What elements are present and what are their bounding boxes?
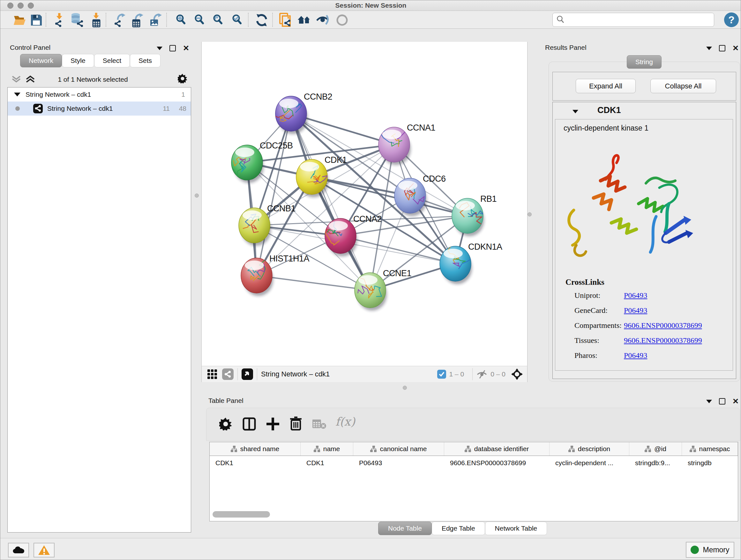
panel-float-icon[interactable]: [719, 45, 725, 51]
panel-menu-icon[interactable]: [706, 400, 712, 403]
tab-edge-table[interactable]: Edge Table: [432, 522, 485, 535]
network-collection-row[interactable]: String Network – cdk1 1: [8, 87, 191, 102]
crosslink-label: Uniprot:: [575, 291, 600, 300]
import-network-from-database-icon[interactable]: [70, 13, 84, 27]
panel-float-icon[interactable]: [170, 45, 176, 51]
protein-structure-image: [563, 149, 694, 266]
zoom-out-icon[interactable]: [192, 13, 206, 27]
cloud-status-button[interactable]: [8, 543, 29, 557]
delete-column-icon[interactable]: [289, 416, 303, 431]
network-node-CCNE1[interactable]: [354, 273, 387, 311]
export-image-icon[interactable]: [148, 13, 163, 27]
network-node-CDC25B[interactable]: [231, 145, 264, 183]
column-header-namespac[interactable]: namespac: [682, 442, 738, 455]
network-edge-CCNA2-CDKN1A[interactable]: [340, 236, 455, 264]
tab-string[interactable]: String: [627, 55, 662, 69]
crosslink-value-link[interactable]: P06493: [624, 351, 647, 360]
hidden-items-eye-icon[interactable]: [476, 369, 487, 379]
column-header-name[interactable]: name: [300, 442, 353, 455]
zoom-selected-icon[interactable]: [229, 13, 244, 27]
network-node-HIST1H1A[interactable]: [241, 258, 273, 296]
network-node-CDK1[interactable]: [296, 159, 328, 197]
table-cell[interactable]: stringdb: [682, 456, 738, 470]
crosslink-value-link[interactable]: 9606.ENSP00000378699: [624, 321, 702, 330]
horizontal-splitter-grip[interactable]: [403, 386, 407, 390]
panel-float-icon[interactable]: [719, 398, 725, 405]
network-options-gear-icon[interactable]: [178, 74, 187, 83]
fit-selected-crosshair-icon[interactable]: [511, 368, 523, 381]
table-cell[interactable]: 9606.ENSP00000378699: [444, 456, 549, 470]
save-session-icon[interactable]: [29, 13, 44, 27]
network-graph[interactable]: CCNB2CCNA1CDC25BCDK1CDC6RB1CCNB1CCNA2CDK…: [202, 42, 528, 366]
column-header-shared-name[interactable]: shared name: [210, 442, 300, 455]
memory-button[interactable]: Memory: [686, 542, 734, 558]
column-header--id[interactable]: @id: [629, 442, 682, 455]
panel-menu-icon[interactable]: [157, 47, 162, 50]
panel-close-icon[interactable]: ✕: [732, 399, 739, 404]
network-node-CCNA2[interactable]: [325, 219, 357, 256]
network-node-CDC6[interactable]: [394, 178, 427, 216]
crosslink-value-link[interactable]: P06493: [624, 291, 647, 300]
network-view-share-icon[interactable]: [222, 368, 233, 380]
grid-view-icon[interactable]: [207, 369, 218, 380]
left-splitter-grip[interactable]: [195, 193, 199, 198]
table-cell[interactable]: stringdb:9...: [629, 456, 682, 470]
collapse-expand-all-icons[interactable]: [11, 74, 37, 85]
selected-nodes-checkbox-icon[interactable]: [437, 370, 446, 379]
tab-node-table[interactable]: Node Table: [378, 522, 432, 535]
tab-network-table[interactable]: Network Table: [485, 522, 547, 535]
search-box[interactable]: [552, 13, 714, 27]
clone-network-icon[interactable]: [279, 13, 293, 27]
column-header-database-identifier[interactable]: database identifier: [444, 442, 549, 455]
network-edge-HIST1H1A-CCNE1[interactable]: [257, 275, 370, 290]
birds-eye-view-icon[interactable]: [242, 368, 253, 380]
network-row-selected[interactable]: String Network – cdk1 11 48: [8, 102, 191, 116]
node-table[interactable]: shared namenamecanonical namedatabase id…: [209, 442, 738, 521]
collapse-all-button[interactable]: Collapse All: [650, 79, 716, 93]
network-node-RB1[interactable]: [452, 198, 484, 236]
import-table-icon[interactable]: [89, 13, 104, 27]
refresh-icon[interactable]: [254, 13, 269, 27]
export-network-icon[interactable]: [112, 13, 127, 27]
hide-details-icon[interactable]: [316, 13, 330, 27]
panel-menu-icon[interactable]: [706, 47, 712, 50]
network-node-CCNB1[interactable]: [239, 208, 271, 246]
network-edge-CCNB2-HIST1H1A[interactable]: [257, 114, 291, 275]
help-button[interactable]: ?: [724, 12, 739, 27]
add-column-icon[interactable]: [266, 417, 280, 431]
table-cell[interactable]: CDK1: [210, 456, 300, 470]
show-columns-icon[interactable]: [242, 417, 256, 431]
vertical-splitter-grip[interactable]: [528, 212, 532, 216]
network-canvas[interactable]: CCNB2CCNA1CDC25BCDK1CDC6RB1CCNB1CCNA2CDK…: [201, 42, 528, 366]
tab-select[interactable]: Select: [94, 54, 130, 67]
table-horizontal-scrollbar[interactable]: [212, 511, 270, 517]
export-table-icon[interactable]: [130, 13, 145, 27]
tab-style[interactable]: Style: [62, 54, 94, 67]
zoom-fit-icon[interactable]: [210, 13, 225, 27]
network-edge-CCNB2-CCNE1[interactable]: [291, 114, 370, 290]
panel-close-icon[interactable]: ✕: [183, 46, 189, 51]
crosslink-label: GeneCard:: [575, 306, 608, 314]
column-header-canonical-name[interactable]: canonical name: [353, 442, 444, 455]
protein-name-heading: CDK1: [597, 105, 621, 115]
table-row[interactable]: CDK1CDK1P064939606.ENSP00000378699cyclin…: [210, 456, 738, 470]
column-header-description[interactable]: description: [549, 442, 629, 455]
search-input[interactable]: [567, 16, 714, 24]
open-file-icon[interactable]: [13, 13, 27, 27]
entry-collapse-icon[interactable]: [572, 110, 578, 113]
table-options-gear-icon[interactable]: [219, 418, 232, 430]
home-icon[interactable]: [297, 13, 312, 27]
warnings-button[interactable]: [33, 543, 55, 557]
collection-expand-icon[interactable]: [14, 92, 20, 97]
table-cell[interactable]: cyclin-dependent ...: [549, 456, 629, 470]
crosslink-value-link[interactable]: P06493: [624, 306, 647, 315]
crosslink-value-link[interactable]: 9606.ENSP00000378699: [624, 336, 702, 345]
panel-close-icon[interactable]: ✕: [732, 46, 739, 51]
table-cell[interactable]: CDK1: [300, 456, 353, 470]
tab-network[interactable]: Network: [20, 54, 62, 67]
table-cell[interactable]: P06493: [353, 456, 444, 470]
expand-all-button[interactable]: Expand All: [576, 79, 636, 93]
import-network-icon[interactable]: [52, 13, 67, 27]
zoom-in-icon[interactable]: [173, 13, 188, 27]
tab-sets[interactable]: Sets: [130, 54, 160, 67]
